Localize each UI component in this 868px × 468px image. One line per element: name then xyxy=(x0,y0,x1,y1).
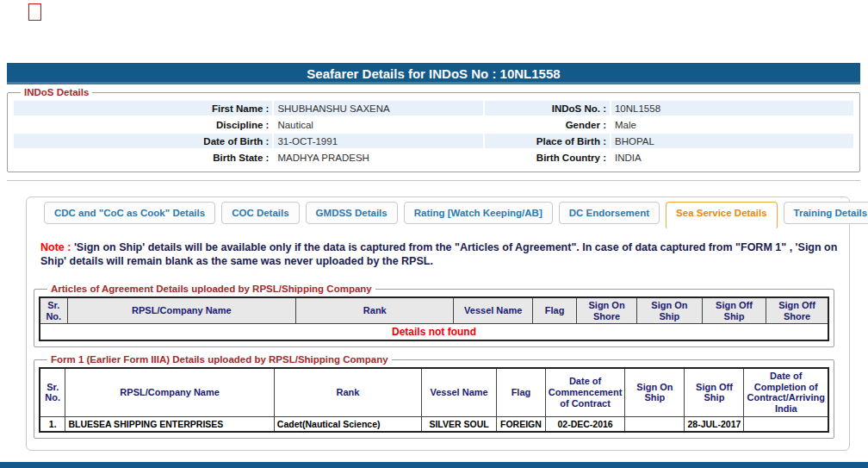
articles-header-sign-on-shore: Sign On Shore xyxy=(577,297,637,324)
articles-header-sr-no: Sr. No. xyxy=(40,297,67,324)
form1-header-sign-on-ship: Sign On Ship xyxy=(625,368,685,416)
form1-cell: 1. xyxy=(40,416,65,432)
note-text: Note : 'Sign on Ship' details will be av… xyxy=(40,240,860,269)
indos-row: Date of Birth :31-OCT-1991Place of Birth… xyxy=(14,134,853,148)
note-prefix: Note : xyxy=(40,241,71,253)
articles-header-sign-off-ship: Sign Off Ship xyxy=(702,297,766,324)
tab-dc-endorsement[interactable]: DC Endorsement xyxy=(559,202,660,224)
articles-header-vessel-name: Vessel Name xyxy=(454,297,533,324)
form1-header-date-of-completion-of-contract-arriving-india: Date of Completion of Contract/Arriving … xyxy=(744,368,828,416)
field-label: Birth State : xyxy=(14,150,272,165)
broken-image-icon xyxy=(28,3,41,21)
indos-row: Discipline :NauticalGender :Male xyxy=(14,117,853,132)
tab-sea-service-details[interactable]: Sea Service Details xyxy=(666,202,778,229)
articles-header-sign-off-shore: Sign Off Shore xyxy=(766,297,828,324)
form1-header-sr-no: Sr. No. xyxy=(40,368,65,416)
field-value: Male xyxy=(611,117,853,132)
form1-header-date-of-commencement-of-contract: Date of Commencement of Contract xyxy=(545,368,625,416)
field-label: INDoS No. : xyxy=(485,101,610,115)
form1-row: 1.BLUESEA SHIPPING ENTERPRISESCadet(Naut… xyxy=(40,416,828,432)
note-body: 'Sign on Ship' details will be available… xyxy=(40,241,837,267)
indos-details-fieldset: INDoS Details First Name :SHUBHANSHU SAX… xyxy=(7,87,860,172)
form1-fieldset: Form 1 (Earlier Form IIIA) Details uploa… xyxy=(34,354,834,439)
articles-header-sign-on-ship: Sign On Ship xyxy=(636,297,702,324)
field-value: BHOPAL xyxy=(611,134,853,148)
form1-cell: 02-DEC-2016 xyxy=(545,416,625,432)
tab-coc-details[interactable]: COC Details xyxy=(221,202,299,224)
page-title: Seafarer Details for INDoS No : 10NL1558 xyxy=(7,63,860,84)
articles-empty-message: Details not found xyxy=(40,324,828,341)
tab-gmdss-details[interactable]: GMDSS Details xyxy=(306,202,398,224)
form1-cell xyxy=(625,416,685,432)
tab-content-panel: CDC and "CoC as Cook" DetailsCOC Details… xyxy=(26,197,850,451)
articles-table: Sr. No.RPSL/Company NameRankVessel NameF… xyxy=(39,296,829,341)
field-label: Discipline : xyxy=(14,117,272,132)
form1-header-rpsl-company-name: RPSL/Company Name xyxy=(65,368,274,416)
articles-header-flag: Flag xyxy=(532,297,576,324)
form1-cell: SILVER SOUL xyxy=(422,416,497,432)
footer-bar xyxy=(0,462,868,468)
field-value: Nautical xyxy=(274,117,482,132)
tab-cdc-and-coc-as-cook-details[interactable]: CDC and "CoC as Cook" Details xyxy=(44,202,215,224)
form1-cell: FOREIGN xyxy=(497,416,546,432)
form1-legend: Form 1 (Earlier Form IIIA) Details uploa… xyxy=(47,354,392,365)
articles-of-agreement-fieldset: Articles of Agreement Details uploaded b… xyxy=(34,284,834,347)
form1-cell: Cadet(Nautical Science) xyxy=(274,416,421,432)
form1-header-vessel-name: Vessel Name xyxy=(422,368,497,416)
tab-bar: CDC and "CoC as Cook" DetailsCOC Details… xyxy=(44,202,868,229)
articles-header-rpsl-company-name: RPSL/Company Name xyxy=(67,297,296,324)
indos-row: Birth State :MADHYA PRADESHBirth Country… xyxy=(14,150,853,165)
tab-training-details[interactable]: Training Details xyxy=(784,202,868,224)
indos-row: First Name :SHUBHANSHU SAXENAINDoS No. :… xyxy=(14,101,853,115)
form1-cell xyxy=(744,416,828,432)
form1-cell: 28-JUL-2017 xyxy=(685,416,744,432)
field-label: Gender : xyxy=(485,117,610,132)
articles-header-rank: Rank xyxy=(296,297,454,324)
field-value: INDIA xyxy=(611,150,853,165)
field-value: MADHYA PRADESH xyxy=(274,150,482,165)
field-label: Place of Birth : xyxy=(485,134,610,148)
form1-header-flag: Flag xyxy=(497,368,546,416)
indos-details-table: First Name :SHUBHANSHU SAXENAINDoS No. :… xyxy=(12,99,855,166)
articles-legend: Articles of Agreement Details uploaded b… xyxy=(47,284,375,294)
form1-header-sign-off-ship: Sign Off Ship xyxy=(685,368,744,416)
tab-rating-watch-keeping-ab[interactable]: Rating [Watch Keeping/AB] xyxy=(404,202,553,224)
field-label: Date of Birth : xyxy=(14,134,272,148)
divider xyxy=(7,180,860,181)
indos-details-legend: INDoS Details xyxy=(21,87,92,97)
field-value: 31-OCT-1991 xyxy=(274,134,482,148)
form1-header-rank: Rank xyxy=(274,368,421,416)
field-value: SHUBHANSHU SAXENA xyxy=(274,101,482,115)
field-value: 10NL1558 xyxy=(611,101,853,115)
field-label: Birth Country : xyxy=(485,150,610,165)
field-label: First Name : xyxy=(14,101,272,115)
form1-table: Sr. No.RPSL/Company NameRankVessel NameF… xyxy=(39,367,829,433)
form1-cell: BLUESEA SHIPPING ENTERPRISES xyxy=(65,416,274,432)
